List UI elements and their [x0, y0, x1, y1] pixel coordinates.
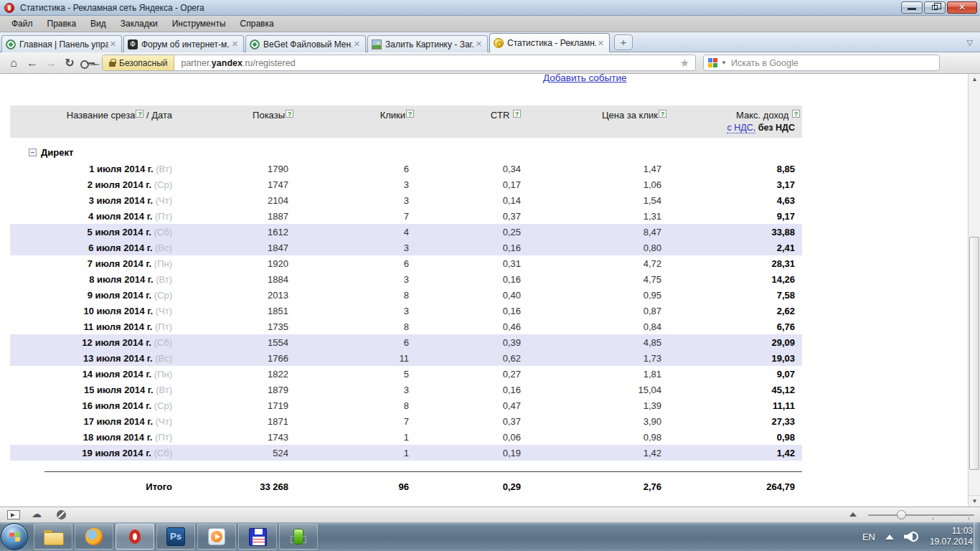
search-box[interactable]: ▼ [703, 55, 940, 71]
cell-revenue: 28,31 [661, 258, 795, 269]
cell-date: 15 июля 2014 г. (Вт) [10, 385, 172, 395]
tab-2[interactable]: BeGet Файловый Мен...✕ [245, 35, 366, 52]
language-indicator[interactable]: EN [862, 532, 875, 542]
table-row-13: 14 июля 2014 г. (Пн)182250,271,819,07 [10, 366, 802, 382]
cell-shows: 1554 [172, 337, 288, 348]
table-row-15: 16 июля 2014 г. (Ср)171980,471,3911,11 [10, 397, 802, 413]
minimize-button[interactable] [901, 1, 923, 14]
add-event-link[interactable]: Добавить событие [543, 74, 627, 83]
tray-clock[interactable]: 11:03 19.07.2014 [930, 526, 973, 547]
taskbar-photoshop-button[interactable]: Ps [156, 524, 195, 550]
total-clicks: 96 [288, 481, 409, 492]
cell-revenue: 27,33 [661, 416, 795, 427]
beget-icon [6, 39, 16, 50]
help-icon[interactable]: ? [136, 110, 143, 118]
close-button[interactable]: ✕ [947, 1, 977, 14]
new-tab-button[interactable]: + [614, 34, 633, 50]
opera-unite-cloud-icon[interactable]: ☁ [32, 508, 42, 519]
restore-button[interactable] [924, 1, 946, 14]
lock-icon [109, 59, 116, 67]
tab-label: Залить Картинку - Заг... [385, 39, 474, 50]
cell-shows: 1743 [172, 432, 288, 443]
cell-cpc: 0,84 [521, 321, 661, 332]
tab-list-chevron-icon[interactable]: ▽ [967, 38, 973, 47]
photoshop-icon: Ps [166, 527, 185, 546]
tray-expand-icon[interactable] [885, 534, 894, 540]
search-input[interactable] [731, 58, 935, 68]
cell-clicks: 7 [288, 416, 409, 427]
tab-3[interactable]: Залить Картинку - Заг...✕ [367, 35, 488, 52]
menu-item-5[interactable]: Справка [233, 17, 281, 31]
cell-date: 6 июля 2014 г. (Вс) [10, 242, 172, 253]
tab-close-icon[interactable]: ✕ [352, 39, 362, 49]
cell-clicks: 8 [288, 400, 409, 411]
tab-0[interactable]: Главная | Панель упра...✕ [1, 35, 122, 52]
panels-toggle-icon[interactable] [7, 510, 20, 519]
media-player-icon [208, 528, 225, 545]
bookmark-star-icon[interactable]: ★ [674, 57, 695, 70]
cell-cpc: 3,90 [521, 416, 661, 427]
tab-4-active[interactable]: Статистика - Рекламн...✕ [489, 33, 610, 52]
cell-date: 5 июля 2014 г. (Сб) [10, 227, 172, 237]
search-engine-caret-icon[interactable]: ▼ [721, 60, 727, 66]
reload-button[interactable]: ↻ [60, 56, 79, 70]
cell-cpc: 1,54 [521, 195, 661, 206]
menu-item-3[interactable]: Закладки [113, 17, 165, 31]
cell-ctr: 0,62 [409, 353, 521, 364]
show-desktop-button[interactable] [974, 522, 980, 551]
zoom-slider[interactable] [868, 514, 974, 516]
cell-date: 18 июля 2014 г. (Пт) [10, 432, 172, 443]
menu-item-2[interactable]: Вид [83, 17, 113, 31]
taskbar-green-app-button[interactable] [279, 524, 318, 550]
scrollbar-thumb[interactable] [969, 237, 979, 470]
volume-icon[interactable] [904, 530, 920, 543]
wand-key-icon[interactable] [80, 59, 96, 67]
tab-close-icon[interactable]: ✕ [230, 39, 240, 49]
tray-date: 19.07.2014 [930, 537, 973, 547]
cell-revenue: 33,88 [661, 227, 795, 237]
cell-date: 19 июля 2014 г. (Сб) [10, 448, 172, 458]
tab-close-icon[interactable]: ✕ [474, 39, 484, 49]
system-tray: EN 11:03 19.07.2014 [862, 522, 973, 551]
cell-shows: 1871 [172, 416, 288, 427]
tab-label: Статистика - Рекламн... [507, 38, 596, 48]
zoom-slider-handle[interactable] [897, 510, 906, 519]
taskbar-opera-button[interactable] [116, 524, 154, 550]
opera-turbo-gauge-icon[interactable] [57, 510, 66, 519]
taskbar-explorer-button[interactable] [34, 524, 72, 550]
forward-button[interactable]: → [42, 57, 60, 70]
vat-with-link[interactable]: с НДС, [727, 123, 755, 133]
taskbar-media-player-button[interactable] [197, 524, 236, 550]
total-revenue: 264,79 [661, 481, 795, 492]
cell-clicks: 11 [288, 353, 409, 364]
scroll-down-icon[interactable]: ▼ [969, 495, 980, 507]
address-field[interactable]: Безопасный partner.yandex.ru/registered … [102, 55, 696, 71]
cell-clicks: 3 [288, 385, 409, 395]
header-slice-date: Название среза? / Дата [10, 110, 172, 121]
scroll-up-icon[interactable]: ▲ [969, 74, 980, 85]
table-row-4: 5 июля 2014 г. (Сб)161240,258,4733,88 [10, 224, 802, 240]
menu-item-4[interactable]: Инструменты [165, 17, 233, 31]
vertical-scrollbar[interactable]: ▲ ▼ [968, 74, 980, 507]
tab-close-icon[interactable]: ✕ [596, 39, 606, 48]
menu-item-1[interactable]: Правка [40, 17, 84, 31]
start-button[interactable] [1, 523, 28, 550]
taskbar-firefox-button[interactable] [75, 524, 113, 550]
home-button[interactable]: ⌂ [4, 57, 23, 70]
cell-clicks: 8 [288, 290, 409, 301]
menu-item-0[interactable]: Файл [4, 17, 40, 31]
opera-icon [129, 529, 141, 544]
help-icon[interactable]: ? [513, 110, 521, 118]
fit-width-icon[interactable] [849, 512, 857, 517]
taskbar-save-button[interactable] [238, 524, 277, 550]
security-badge[interactable]: Безопасный [103, 55, 174, 70]
cell-clicks: 3 [288, 274, 409, 285]
tab-close-icon[interactable]: ✕ [108, 39, 118, 49]
help-icon[interactable]: ? [792, 110, 800, 118]
cell-shows: 1822 [172, 369, 288, 380]
collapse-icon[interactable]: − [29, 149, 37, 156]
back-button[interactable]: ← [23, 57, 42, 70]
cell-date: 7 июля 2014 г. (Пн) [10, 258, 172, 269]
tab-1[interactable]: ФФорум об интернет-м...✕ [123, 35, 244, 52]
cell-shows: 524 [172, 448, 288, 458]
